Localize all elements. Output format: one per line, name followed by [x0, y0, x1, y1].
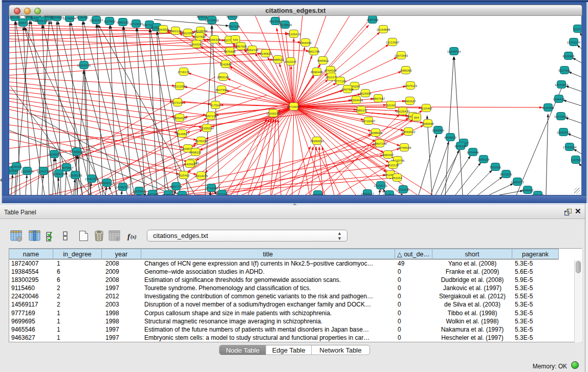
svg-text:252254: 252254 — [392, 177, 403, 180]
svg-text:19218506: 19218506 — [278, 24, 292, 27]
svg-text:2867608: 2867608 — [235, 45, 247, 48]
svg-text:2061058: 2061058 — [9, 16, 21, 19]
svg-text:12213967: 12213967 — [386, 41, 400, 44]
svg-text:9245652: 9245652 — [521, 189, 534, 192]
svg-text:9657771: 9657771 — [170, 185, 182, 188]
svg-text:10653267: 10653267 — [90, 19, 103, 22]
svg-text:11045423: 11045423 — [383, 193, 397, 195]
svg-text:10807487: 10807487 — [372, 97, 385, 100]
svg-text:12975115: 12975115 — [404, 84, 418, 87]
svg-text:1073151: 1073151 — [171, 101, 184, 104]
svg-text:20053346: 20053346 — [77, 64, 91, 67]
svg-text:10654112: 10654112 — [511, 181, 525, 184]
svg-text:7955812: 7955812 — [317, 59, 329, 62]
svg-text:6961758: 6961758 — [308, 50, 320, 53]
svg-text:10025433: 10025433 — [396, 110, 410, 113]
svg-text:9699695: 9699695 — [312, 193, 324, 195]
svg-text:2718176: 2718176 — [178, 71, 190, 74]
svg-text:19654925: 19654925 — [173, 117, 187, 120]
svg-text:7625402: 7625402 — [178, 174, 190, 177]
svg-text:20364436: 20364436 — [350, 99, 363, 102]
svg-text:9699695: 9699695 — [422, 122, 434, 125]
svg-text:3624554: 3624554 — [359, 92, 372, 95]
svg-text:7632621: 7632621 — [489, 166, 502, 169]
svg-text:8215955: 8215955 — [542, 106, 554, 110]
svg-text:844: 844 — [414, 116, 420, 119]
svg-text:9329966: 9329966 — [562, 55, 575, 58]
svg-text:1192344: 1192344 — [147, 193, 159, 195]
svg-text:2803144: 2803144 — [217, 76, 229, 79]
svg-text:10543362: 10543362 — [190, 43, 204, 46]
svg-text:6966160: 6966160 — [117, 21, 129, 24]
svg-text:8990448: 8990448 — [311, 71, 323, 74]
svg-text:10688609: 10688609 — [369, 132, 383, 135]
svg-text:8678332: 8678332 — [195, 140, 207, 143]
svg-text:8938923: 8938923 — [444, 136, 456, 139]
svg-text:18724007: 18724007 — [287, 105, 301, 108]
svg-text:8912954: 8912954 — [182, 32, 194, 35]
svg-text:111213: 111213 — [573, 28, 581, 31]
svg-text:417004: 417004 — [210, 104, 221, 107]
svg-text:(x): (x) — [130, 234, 137, 240]
svg-text:11230604: 11230604 — [63, 17, 77, 20]
svg-text:9474444: 9474444 — [467, 151, 479, 154]
svg-text:1733426: 1733426 — [397, 188, 409, 191]
svg-text:20206553: 20206553 — [48, 153, 61, 156]
svg-text:16154808: 16154808 — [377, 28, 390, 31]
svg-text:1335061: 1335061 — [10, 165, 23, 168]
svg-text:9465546: 9465546 — [162, 193, 175, 195]
svg-text:8230114: 8230114 — [197, 16, 209, 18]
svg-text:12213389: 12213389 — [173, 85, 187, 88]
svg-text:8322037: 8322037 — [285, 60, 297, 63]
svg-text:62160: 62160 — [387, 104, 396, 107]
svg-text:546: 546 — [233, 38, 238, 41]
svg-text:23226058: 23226058 — [194, 30, 208, 33]
svg-text:1527602: 1527602 — [103, 20, 116, 23]
svg-text:18807249: 18807249 — [373, 142, 387, 145]
svg-text:19166827: 19166827 — [176, 133, 189, 136]
svg-text:2087682: 2087682 — [366, 18, 379, 21]
svg-text:2935114: 2935114 — [478, 158, 490, 161]
svg-text:8454749: 8454749 — [246, 49, 258, 52]
svg-text:9777169: 9777169 — [216, 193, 228, 195]
svg-text:9463627: 9463627 — [176, 194, 188, 195]
svg-text:25300295: 25300295 — [267, 112, 280, 115]
svg-text:11923446: 11923446 — [133, 190, 146, 193]
svg-text:8498222: 8498222 — [189, 151, 202, 154]
svg-text:1588520: 1588520 — [272, 58, 284, 61]
svg-text:10554822: 10554822 — [50, 16, 64, 19]
svg-text:16210643: 16210643 — [554, 115, 568, 118]
svg-text:12505135: 12505135 — [69, 174, 82, 177]
svg-text:8186328: 8186328 — [208, 38, 221, 41]
svg-text:10973493: 10973493 — [395, 54, 408, 57]
svg-text:19975867: 19975867 — [60, 166, 74, 169]
svg-text:7485063: 7485063 — [400, 69, 412, 72]
svg-text:9084067: 9084067 — [382, 154, 394, 157]
svg-text:1640954: 1640954 — [432, 129, 444, 132]
svg-text:12093873: 12093873 — [555, 83, 569, 86]
svg-text:14136141: 14136141 — [374, 184, 388, 187]
svg-text:14569117: 14569117 — [361, 192, 375, 195]
svg-text:14055714: 14055714 — [16, 21, 30, 25]
svg-text:1244415: 1244415 — [553, 98, 565, 101]
svg-text:9146821: 9146821 — [259, 52, 272, 55]
svg-text:8813054: 8813054 — [269, 20, 281, 23]
svg-text:3875685: 3875685 — [224, 50, 236, 53]
svg-text:11325419: 11325419 — [287, 33, 301, 36]
svg-text:11156829: 11156829 — [20, 170, 34, 173]
svg-text:19756928: 19756928 — [398, 146, 411, 149]
svg-text:10719155: 10719155 — [129, 23, 143, 26]
svg-text:10958117: 10958117 — [100, 182, 114, 185]
svg-text:9245650: 9245650 — [532, 194, 544, 195]
svg-text:8427552: 8427552 — [215, 89, 228, 92]
svg-text:1364093: 1364093 — [299, 41, 312, 45]
svg-text:9242848: 9242848 — [220, 63, 232, 66]
svg-text:6879197: 6879197 — [454, 145, 467, 148]
svg-text:116753: 116753 — [571, 159, 581, 162]
svg-text:17016504: 17016504 — [563, 146, 577, 149]
svg-text:16782759: 16782759 — [116, 186, 130, 189]
svg-text:9135492: 9135492 — [76, 16, 89, 19]
svg-text:16033809: 16033809 — [205, 19, 219, 22]
svg-text:9135570: 9135570 — [226, 16, 238, 18]
svg-text:9777169: 9777169 — [334, 80, 346, 83]
